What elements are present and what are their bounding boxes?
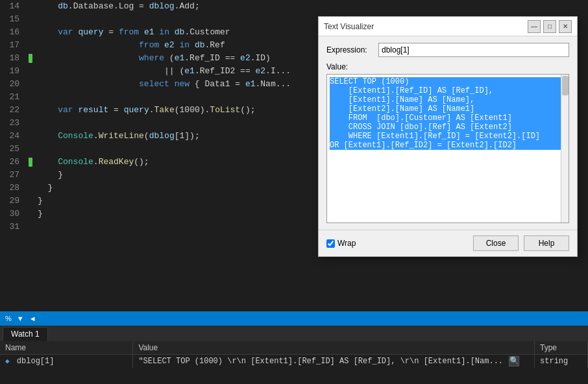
- help-button[interactable]: Help: [524, 235, 569, 251]
- expression-row: Expression:: [326, 43, 569, 57]
- watch-value-cell: "SELECT TOP (1000) \r\n [Extent1].[Ref_I…: [133, 354, 535, 368]
- table-row: 14 db.Database.Log = dblog.Add;: [0, 0, 588, 13]
- zoom-dropdown-arrow[interactable]: ▼: [17, 315, 24, 322]
- wrap-checkbox[interactable]: [326, 239, 335, 248]
- maximize-button[interactable]: □: [543, 20, 556, 33]
- dialog-title: Text Visualizer: [324, 22, 374, 31]
- watch-icon: ◆: [5, 357, 10, 365]
- sql-content: SELECT TOP (1000) [Extent1].[Ref_ID] AS …: [327, 75, 569, 152]
- tab-watch1[interactable]: Watch 1: [3, 327, 48, 341]
- expression-input[interactable]: [378, 43, 569, 57]
- expression-label: Expression:: [326, 45, 378, 54]
- watch-name-value: dblog[1]: [17, 357, 55, 366]
- dialog-controls: — □ ✕: [528, 20, 572, 33]
- watch-tab-bar: Watch 1: [0, 326, 588, 341]
- status-bar: % ▼ ◄: [0, 311, 588, 326]
- col-value-header: Value: [133, 341, 535, 354]
- watch-type-value: string: [540, 357, 568, 366]
- wrap-label: Wrap: [337, 239, 356, 248]
- scrollbar-vertical[interactable]: [561, 75, 569, 222]
- col-name-header: Name: [0, 341, 133, 354]
- watch-panel: Watch 1 Name Value Type: [0, 326, 588, 384]
- close-button[interactable]: Close: [473, 235, 519, 251]
- scrollbar-thumb: [562, 76, 569, 95]
- watch-table: Name Value Type ◆ dblog[1]: [0, 341, 588, 368]
- wrap-checkbox-label[interactable]: Wrap: [326, 239, 356, 248]
- value-textbox[interactable]: SELECT TOP (1000) [Extent1].[Ref_ID] AS …: [326, 74, 569, 223]
- dialog-body: Expression: Value: SELECT TOP (1000) [Ex…: [319, 36, 577, 230]
- col-type-header: Type: [535, 341, 588, 354]
- table-row: ◆ dblog[1] "SELECT TOP (1000) \r\n [Exte…: [0, 354, 588, 368]
- watch-tab-label: Watch 1: [11, 330, 40, 339]
- sql-selected-text: SELECT TOP (1000) [Extent1].[Ref_ID] AS …: [330, 77, 566, 150]
- bottom-panel: % ▼ ◄ Watch 1 Name Value Type: [0, 311, 588, 384]
- close-icon[interactable]: ✕: [559, 20, 572, 33]
- value-label: Value:: [326, 62, 569, 71]
- scroll-indicator: ◄: [29, 315, 36, 322]
- search-button[interactable]: 🔍: [509, 356, 519, 366]
- watch-name-cell: ◆ dblog[1]: [0, 354, 133, 368]
- zoom-level: %: [5, 315, 12, 322]
- minimize-button[interactable]: —: [528, 20, 541, 33]
- dialog-titlebar: Text Visualizer — □ ✕: [319, 17, 577, 36]
- watch-type-cell: string: [535, 354, 588, 368]
- watch-value-text: "SELECT TOP (1000) \r\n [Extent1].[Ref_I…: [138, 357, 503, 366]
- text-visualizer-dialog: Text Visualizer — □ ✕ Expression: Value:…: [318, 16, 578, 257]
- dialog-footer: Wrap Close Help: [319, 230, 577, 256]
